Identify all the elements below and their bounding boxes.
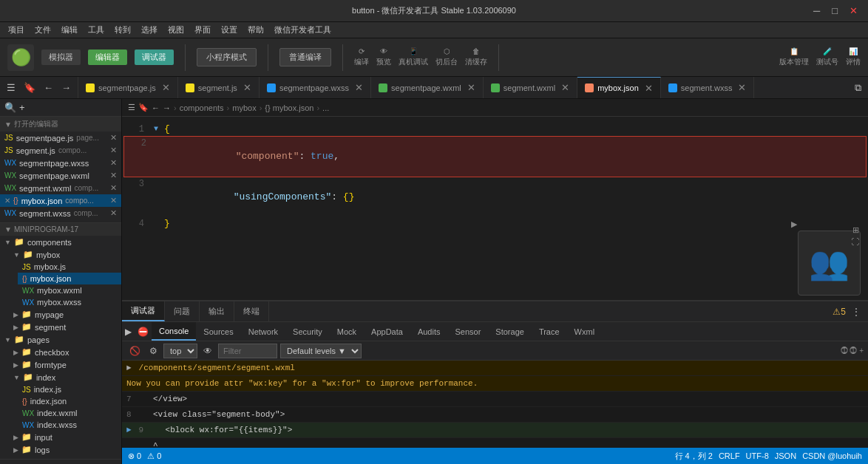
close-btn[interactable]: ✕ (847, 4, 861, 18)
project-toggle[interactable]: ▼ MINIPROGRAM-17 (0, 223, 121, 236)
file-close-btn[interactable]: ✕ (110, 208, 117, 218)
menu-help[interactable]: 帮助 (243, 23, 268, 37)
tab-close-active-btn[interactable]: ✕ (645, 83, 653, 94)
breadcrumb-mybox-json[interactable]: {} mybox.json (265, 103, 313, 112)
bookmark-breadcrumb-btn[interactable]: 🔖 (138, 103, 149, 112)
wxml-tab[interactable]: Wxml (567, 322, 603, 341)
network-tab[interactable]: Network (241, 322, 285, 341)
tree-checkbox-folder[interactable]: ▶ 📁 checkbox (9, 346, 121, 358)
tree-index-folder[interactable]: ▼ 📁 index (9, 371, 121, 383)
tab-close-btn[interactable]: ✕ (561, 82, 569, 93)
tree-segment-folder[interactable]: ▶ 📁 segment (9, 321, 121, 333)
mode-btn[interactable]: 小程序模式 (197, 48, 257, 66)
open-file-segment-js[interactable]: JS segment.js compo... ✕ (0, 144, 121, 157)
devtools-tab-debugger[interactable]: 调试器 (122, 301, 165, 321)
tree-mypage-folder[interactable]: ▶ 📁 mypage (9, 308, 121, 321)
file-close-btn[interactable]: ✕ (110, 133, 117, 143)
audits-tab[interactable]: Audits (410, 322, 448, 341)
bookmark-btn[interactable]: 🔖 (21, 81, 38, 95)
tab-segment-wxss[interactable]: segment.wxss ✕ (661, 77, 755, 98)
tree-index-json[interactable]: {} index.json (18, 395, 121, 407)
toolbar-clear-btn[interactable]: 🗑 清缓存 (465, 47, 487, 67)
open-file-segment-wxss[interactable]: WX segment.wxss comp... ✕ (0, 207, 121, 219)
code-editor[interactable]: 1 ▼ { 2 "component": true, 3 (122, 117, 868, 300)
stop-btn[interactable]: ⛔ (135, 325, 152, 338)
menu-view[interactable]: 视图 (163, 23, 189, 37)
tab-close-btn[interactable]: ✕ (243, 82, 251, 93)
tree-components-folder[interactable]: ▼ 📁 components (0, 236, 121, 248)
test-btn[interactable]: 🧪 测试号 (816, 47, 838, 67)
sim-fullscreen-btn[interactable]: ⛶ (851, 237, 859, 246)
tree-mybox-json[interactable]: {} mybox.json (18, 273, 121, 284)
console-tab[interactable]: Console (152, 322, 196, 341)
tree-index-wxml[interactable]: WX index.wxml (18, 407, 121, 419)
appdata-tab[interactable]: AppData (364, 322, 410, 341)
collapse-sidebar-btn[interactable]: ☰ (4, 81, 18, 95)
open-file-segmentpage-wxss[interactable]: WX segmentpage.wxss ✕ (0, 157, 121, 169)
maximize-btn[interactable]: □ (829, 4, 841, 18)
menu-settings[interactable]: 设置 (217, 23, 242, 37)
toolbar-refresh-btn[interactable]: ⟳ 编译 (354, 47, 369, 67)
trace-tab[interactable]: Trace (532, 322, 567, 341)
tab-close-btn[interactable]: ✕ (467, 82, 475, 93)
back-btn[interactable]: ← (41, 81, 56, 95)
file-close-btn[interactable]: ✕ (110, 183, 117, 193)
tab-segmentpage-wxml[interactable]: segmentpage.wxml ✕ (371, 77, 484, 98)
console-settings-btn[interactable]: ⚙ (146, 344, 160, 358)
open-files-toggle[interactable]: ▼ 打开的编辑器 (0, 117, 121, 132)
breadcrumb-components[interactable]: components (180, 103, 224, 112)
toolbar-device-btn[interactable]: 📱 真机调试 (399, 47, 428, 67)
tab-close-btn[interactable]: ✕ (355, 82, 363, 93)
storage-tab[interactable]: Storage (488, 322, 532, 341)
search-btn[interactable]: 🔍 (4, 102, 16, 113)
run-btn[interactable]: ▶ (122, 325, 135, 338)
console-filter-input[interactable] (218, 344, 277, 358)
devtools-tab-output[interactable]: 输出 (200, 301, 234, 321)
tree-pages-folder[interactable]: ▼ 📁 pages (0, 333, 121, 346)
sensor-tab[interactable]: Sensor (447, 322, 488, 341)
file-close-btn[interactable]: ✕ (110, 158, 117, 168)
tab-segmentpage-wxss[interactable]: segmentpage.wxss ✕ (260, 77, 371, 98)
open-file-segmentpage-wxml[interactable]: WX segmentpage.wxml ✕ (0, 169, 121, 182)
file-close-btn[interactable]: ✕ (110, 146, 117, 155)
tab-segmentpage-js[interactable]: segmentpage.js ✕ (78, 77, 178, 98)
toolbar-preview-btn[interactable]: 👁 预览 (376, 47, 391, 67)
open-file-segment-wxml[interactable]: WX segment.wxml comp... ✕ (0, 182, 121, 194)
menu-select[interactable]: 选择 (137, 23, 162, 37)
editor-btn[interactable]: 编辑器 (88, 50, 127, 65)
menu-tools[interactable]: 工具 (84, 23, 109, 37)
new-file-btn[interactable]: + (19, 102, 25, 113)
context-select[interactable]: top (163, 344, 197, 358)
version-mgmt-btn[interactable]: 📋 版本管理 (779, 47, 809, 67)
clear-console-btn[interactable]: 🚫 (126, 344, 143, 358)
tree-logs-folder[interactable]: ▶ 📁 logs (9, 443, 121, 456)
tree-mybox-wxss[interactable]: WX mybox.wxss (18, 296, 121, 308)
forward-btn[interactable]: → (58, 81, 74, 95)
tab-segment-wxml[interactable]: segment.wxml ✕ (484, 77, 577, 98)
file-close-btn[interactable]: ✕ (110, 196, 117, 205)
menu-interface[interactable]: 界面 (190, 23, 215, 37)
devtools-tab-problems[interactable]: 问题 (165, 301, 200, 321)
sim-expand-btn[interactable]: ⊞ (852, 225, 859, 235)
tree-index-wxss[interactable]: WX index.wxss (18, 419, 121, 431)
tab-close-btn[interactable]: ✕ (738, 82, 746, 93)
open-file-mybox-json[interactable]: ✕ {} mybox.json compo... ✕ (0, 194, 121, 207)
back-breadcrumb-btn[interactable]: ← (152, 103, 160, 112)
minimize-btn[interactable]: ─ (810, 4, 823, 18)
devtools-settings-btn[interactable]: ⋮ (849, 305, 864, 318)
tree-index-js[interactable]: JS index.js (18, 383, 121, 395)
sources-tab[interactable]: Sources (196, 322, 240, 341)
compile-btn[interactable]: 普通编译 (279, 48, 331, 66)
menu-wechat-devtools[interactable]: 微信开发者工具 (270, 23, 336, 37)
tree-mybox-js[interactable]: JS mybox.js (18, 261, 121, 273)
toolbar-background-btn[interactable]: ⬡ 切后台 (435, 47, 458, 67)
eval-btn[interactable]: 📊 评情 (846, 47, 861, 67)
eye-btn[interactable]: 👁 (200, 344, 215, 358)
tree-input-folder[interactable]: ▶ 📁 input (9, 431, 121, 443)
mock-tab[interactable]: Mock (330, 322, 364, 341)
breadcrumb-mybox[interactable]: mybox (232, 103, 256, 112)
devtools-tab-terminal[interactable]: 终端 (234, 301, 269, 321)
debugger-btn[interactable]: 调试器 (135, 50, 174, 65)
log-levels-select[interactable]: Default levels ▼ (280, 344, 362, 358)
split-editor-btn[interactable]: ⧉ (852, 81, 864, 95)
